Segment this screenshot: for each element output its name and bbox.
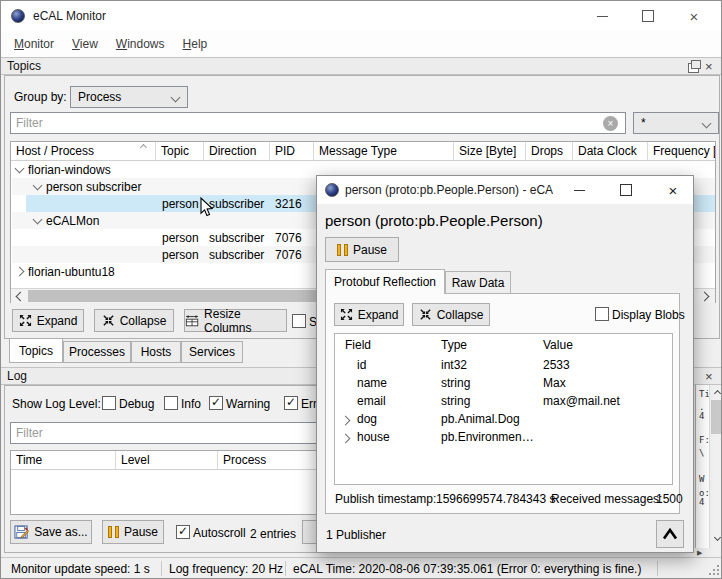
vertical-scrollbar[interactable]	[709, 385, 722, 548]
collapsed-chevron-icon[interactable]	[15, 267, 25, 277]
expanded-chevron-icon[interactable]	[15, 164, 25, 174]
publish-timestamp-label: Publish timestamp:	[335, 492, 436, 506]
dialog-minimize-button[interactable]	[557, 176, 601, 204]
col-frequency[interactable]: Frequency [	[648, 142, 715, 160]
pid-cell: 7076	[275, 231, 302, 245]
sysinfo-text: 4	[699, 497, 704, 507]
field-name[interactable]: id	[357, 358, 366, 372]
expand-button[interactable]: Expand	[12, 309, 84, 332]
dialog-expand-button[interactable]: Expand	[334, 303, 404, 326]
scrollbar-thumb[interactable]	[711, 400, 722, 434]
host-label: florian-ubuntu18	[28, 265, 115, 279]
collapsed-chevron-icon[interactable]	[341, 434, 351, 444]
collapse-button[interactable]: Collapse	[94, 309, 174, 332]
dock-float-icon[interactable]	[688, 63, 699, 73]
tab-services[interactable]: Services	[181, 341, 243, 363]
pid-cell: 7076	[275, 248, 302, 262]
menu-view[interactable]: View	[63, 33, 107, 55]
filter-mode-combobox[interactable]: *	[633, 112, 719, 134]
save-as-button[interactable]: Save as...	[10, 520, 92, 544]
display-blobs-label: Display Blobs	[612, 308, 685, 322]
menu-windows[interactable]: Windows	[107, 33, 174, 55]
field-name[interactable]: house	[357, 430, 390, 444]
debug-checkbox[interactable]	[102, 396, 116, 410]
topics-filter-input[interactable]	[10, 112, 626, 134]
tab-topics[interactable]: Topics	[9, 339, 63, 363]
scroll-down-icon[interactable]	[714, 534, 721, 541]
dialog-maximize-button[interactable]	[604, 176, 648, 204]
tab-processes[interactable]: Processes	[63, 341, 131, 363]
scroll-to-top-button[interactable]	[656, 520, 684, 548]
mouse-cursor	[200, 197, 214, 218]
expanded-chevron-icon[interactable]	[33, 181, 43, 191]
field-name[interactable]: dog	[357, 412, 377, 426]
error-checkbox[interactable]: ✓	[284, 396, 298, 410]
group-by-label: Group by:	[14, 90, 67, 104]
host-label: florian-windows	[28, 163, 111, 177]
dialog-collapse-button[interactable]: Collapse	[412, 303, 490, 326]
col-drops[interactable]: Drops	[526, 142, 573, 160]
expand-label: Expand	[37, 314, 78, 328]
title-bar[interactable]: eCAL Monitor ×	[1, 1, 721, 31]
collapsed-chevron-icon[interactable]	[341, 416, 351, 426]
collapse-label: Collapse	[437, 308, 484, 322]
show-log-level-label: Show Log Level:	[12, 397, 101, 411]
clear-filter-icon[interactable]: ×	[603, 116, 618, 131]
tab-protobuf-reflection[interactable]: Protobuf Reflection	[325, 269, 445, 294]
dialog-titlebar[interactable]: person (proto:pb.People.Person) - eCA… ×	[317, 176, 693, 204]
warning-checkbox[interactable]: ✓	[209, 396, 223, 410]
collapse-arrows-icon	[419, 308, 432, 321]
expanded-chevron-icon[interactable]	[33, 215, 43, 225]
scroll-up-icon[interactable]	[714, 390, 721, 397]
topics-dock-titlebar: Topics ×	[1, 57, 721, 75]
menu-monitor[interactable]: Monitor	[5, 33, 63, 55]
topics-table-header: Host / Process Topic Direction PID Messa…	[11, 142, 715, 161]
col-type[interactable]: Type	[441, 338, 467, 352]
col-pid[interactable]: PID	[270, 142, 314, 160]
dialog-pause-button[interactable]: Pause	[325, 237, 399, 262]
log-dock-close-icon[interactable]: ×	[705, 370, 713, 383]
reflection-tab-page: Expand Collapse Display Blobs Field Type…	[325, 293, 680, 514]
maximize-button[interactable]	[625, 1, 671, 31]
expand-arrows-icon	[340, 308, 353, 321]
tab-label: Raw Data	[452, 276, 505, 290]
topic-cell: person	[162, 197, 199, 211]
tab-hosts[interactable]: Hosts	[131, 341, 181, 363]
scroll-left-icon[interactable]	[16, 292, 26, 302]
col-field[interactable]: Field	[345, 338, 371, 352]
close-button[interactable]: ×	[671, 1, 717, 31]
minimize-button[interactable]	[579, 1, 625, 31]
topics-dock-close-icon[interactable]: ×	[705, 60, 713, 73]
scroll-right-icon[interactable]	[700, 292, 710, 302]
col-topic[interactable]: Topic	[156, 142, 204, 160]
process-label: person subscriber	[46, 180, 141, 194]
info-checkbox[interactable]	[164, 396, 178, 410]
col-level[interactable]: Level	[116, 451, 218, 469]
resize-columns-button[interactable]: Resize Columns	[184, 309, 287, 332]
chevron-up-icon	[662, 528, 678, 540]
col-size[interactable]: Size [Byte]	[454, 142, 526, 160]
tab-raw-data[interactable]: Raw Data	[445, 271, 511, 294]
autoscroll-checkbox[interactable]: ✓	[176, 525, 190, 539]
dialog-close-button[interactable]: ×	[651, 176, 695, 204]
col-value[interactable]: Value	[543, 338, 573, 352]
show-checkbox[interactable]	[292, 314, 306, 328]
col-host-process[interactable]: Host / Process	[11, 142, 156, 160]
col-data-clock[interactable]: Data Clock	[573, 142, 648, 160]
group-by-combobox[interactable]: Process	[70, 86, 188, 108]
col-direction[interactable]: Direction	[204, 142, 270, 160]
save-floppy-icon	[14, 525, 29, 540]
topics-dock-title: Topics	[7, 59, 41, 73]
display-blobs-checkbox[interactable]	[595, 307, 609, 321]
info-label: Info	[181, 397, 201, 411]
close-icon: ×	[690, 9, 699, 24]
field-name[interactable]: email	[357, 394, 386, 408]
field-name[interactable]: name	[357, 376, 387, 390]
scroll-right-icon[interactable]: ▶	[697, 549, 702, 557]
log-pause-button[interactable]: Pause	[102, 520, 164, 544]
col-message-type[interactable]: Message Type	[314, 142, 454, 160]
menu-help[interactable]: Help	[174, 33, 217, 55]
resize-grip[interactable]	[709, 573, 711, 575]
col-time[interactable]: Time	[11, 451, 116, 469]
topic-cell: person	[162, 248, 199, 262]
